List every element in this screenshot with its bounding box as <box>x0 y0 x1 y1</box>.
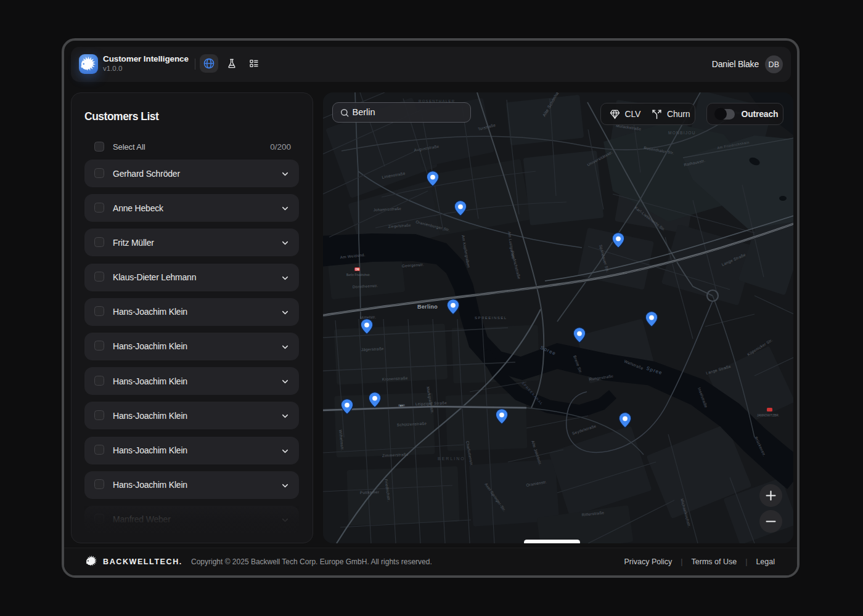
svg-text:Berlin Friedrichstr.: Berlin Friedrichstr. <box>346 274 370 277</box>
svg-text:Berlino: Berlino <box>417 304 438 310</box>
svg-text:MONBIJOU: MONBIJOU <box>668 131 696 135</box>
svg-text:DB: DB <box>355 268 359 271</box>
svg-text:SPREEINSEL: SPREEINSEL <box>475 316 507 320</box>
svg-text:BERLINO: BERLINO <box>438 456 465 461</box>
svg-text:Puttkamer: Puttkamer <box>359 490 379 495</box>
svg-text:JANNOWITZBR.: JANNOWITZBR. <box>757 414 779 417</box>
